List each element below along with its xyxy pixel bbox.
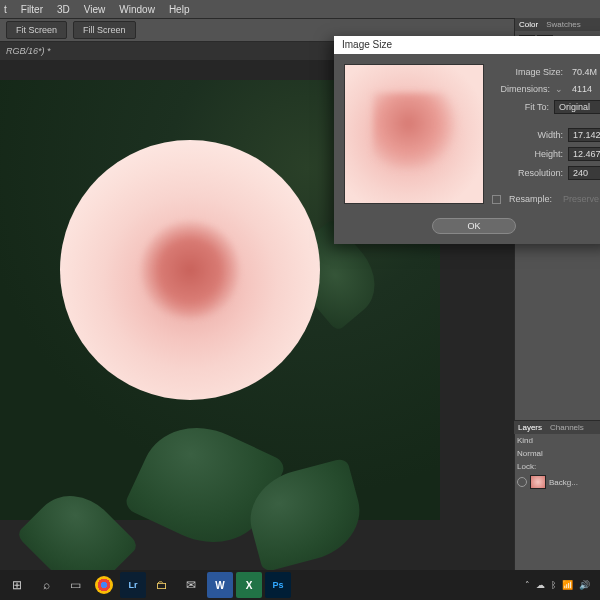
resample-hint: Preserve <box>563 194 599 204</box>
layer-thumbnail <box>530 475 546 489</box>
height-input[interactable]: 12.467 <box>568 147 600 161</box>
wifi-icon[interactable]: 📶 <box>562 580 573 590</box>
photoshop-icon[interactable]: Ps <box>265 572 291 598</box>
resolution-input[interactable]: 240 <box>568 166 600 180</box>
tab-swatches[interactable]: Swatches <box>546 20 581 29</box>
dimensions-value: 4114 <box>568 83 600 95</box>
fit-to-select[interactable]: Original <box>554 100 600 114</box>
onedrive-icon[interactable]: ☁ <box>536 580 545 590</box>
menu-3d[interactable]: 3D <box>57 4 70 15</box>
lightroom-icon[interactable]: Lr <box>120 572 146 598</box>
tab-channels[interactable]: Channels <box>550 423 584 432</box>
tab-layers[interactable]: Layers <box>518 423 542 432</box>
width-input[interactable]: 17.142 <box>568 128 600 142</box>
blend-mode-select[interactable]: Normal <box>517 449 543 458</box>
menu-window[interactable]: Window <box>119 4 155 15</box>
menu-help[interactable]: Help <box>169 4 190 15</box>
visibility-icon[interactable] <box>517 477 527 487</box>
mail-icon[interactable]: ✉ <box>178 572 204 598</box>
fit-screen-button[interactable]: Fit Screen <box>6 21 67 39</box>
image-size-label: Image Size: <box>515 67 563 77</box>
explorer-icon[interactable]: 🗀 <box>149 572 175 598</box>
chrome-icon[interactable] <box>95 576 113 594</box>
image-size-value: 70.4M <box>568 66 600 78</box>
fit-to-label: Fit To: <box>525 102 549 112</box>
layers-panel: Layers Channels Kind Normal Lock: Backg.… <box>514 420 600 570</box>
tab-color[interactable]: Color <box>519 20 538 29</box>
document-tab[interactable]: RGB/16*) * <box>6 46 51 56</box>
resample-checkbox[interactable] <box>492 195 501 204</box>
word-icon[interactable]: W <box>207 572 233 598</box>
image-size-dialog: Image Size Image Size:70.4M Dimensions:⌄… <box>334 36 600 244</box>
kind-label: Kind <box>517 436 533 445</box>
menu-view[interactable]: View <box>84 4 106 15</box>
layer-row-background[interactable]: Backg... <box>514 473 600 491</box>
resample-label: Resample: <box>509 194 552 204</box>
dialog-title: Image Size <box>334 36 600 54</box>
layer-name: Backg... <box>549 478 578 487</box>
color-panel-tabs: Color Swatches <box>515 18 600 31</box>
menu-filter[interactable]: Filter <box>21 4 43 15</box>
ok-button[interactable]: OK <box>432 218 515 234</box>
menu-item[interactable]: t <box>4 4 7 15</box>
start-icon[interactable]: ⊞ <box>4 572 30 598</box>
chevron-down-icon[interactable]: ⌄ <box>555 84 563 94</box>
tray-up-icon[interactable]: ˄ <box>525 580 530 590</box>
task-view-icon[interactable]: ▭ <box>62 572 88 598</box>
excel-icon[interactable]: X <box>236 572 262 598</box>
windows-taskbar: ⊞ ⌕ ▭ Lr 🗀 ✉ W X Ps ˄ ☁ ᛒ 📶 🔊 <box>0 570 600 600</box>
search-icon[interactable]: ⌕ <box>33 572 59 598</box>
dimensions-label: Dimensions: <box>500 84 550 94</box>
height-label: Height: <box>534 149 563 159</box>
lock-label: Lock: <box>517 462 536 471</box>
volume-icon[interactable]: 🔊 <box>579 580 590 590</box>
dialog-preview[interactable] <box>344 64 484 204</box>
fill-screen-button[interactable]: Fill Screen <box>73 21 136 39</box>
width-label: Width: <box>537 130 563 140</box>
system-tray[interactable]: ˄ ☁ ᛒ 📶 🔊 <box>525 580 596 590</box>
layer-filter-row: Kind <box>514 434 600 447</box>
resolution-label: Resolution: <box>518 168 563 178</box>
bluetooth-icon[interactable]: ᛒ <box>551 580 556 590</box>
menu-bar: t Filter 3D View Window Help <box>0 0 600 18</box>
